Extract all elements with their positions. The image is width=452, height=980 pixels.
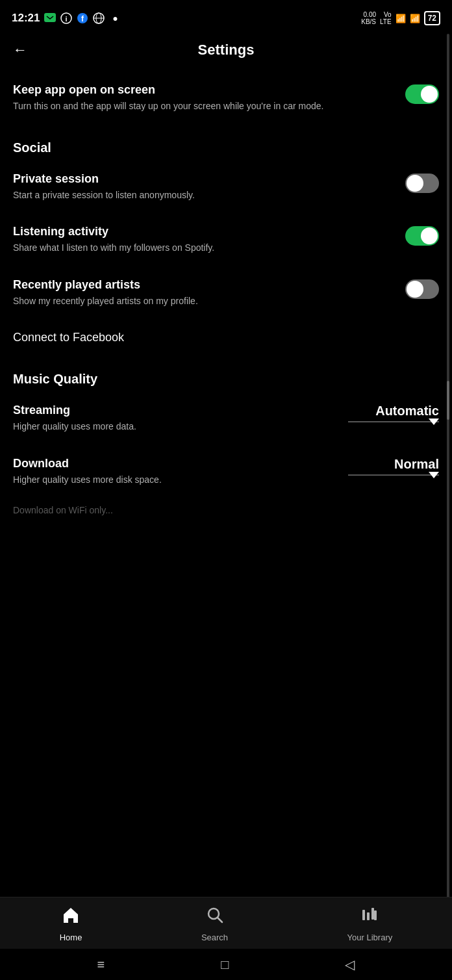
- listening-activity-toggle[interactable]: [405, 226, 439, 246]
- streaming-text: Streaming Higher quality uses more data.: [13, 404, 348, 433]
- social-section-header: Social: [13, 125, 439, 161]
- streaming-setting: Streaming Higher quality uses more data.…: [13, 392, 439, 445]
- message-icon: [44, 12, 56, 25]
- recently-played-setting: Recently played artists Show my recently…: [13, 266, 439, 320]
- listening-activity-text: Listening activity Share what I listen t…: [13, 225, 405, 255]
- recently-played-toggle-wrap: [405, 278, 439, 299]
- home-icon: [62, 906, 80, 929]
- private-session-text: Private session Start a private session …: [13, 172, 405, 202]
- signal-4g-icon: 📶: [396, 14, 406, 23]
- streaming-desc: Higher quality uses more data.: [13, 420, 335, 433]
- private-session-toggle-wrap: [405, 172, 439, 193]
- android-home-btn[interactable]: □: [221, 957, 229, 972]
- svg-rect-11: [367, 912, 370, 920]
- globe-icon: [92, 12, 105, 25]
- android-back-btn[interactable]: ◁: [345, 957, 355, 972]
- signal-bars-icon: 📶: [410, 14, 420, 23]
- svg-rect-10: [362, 910, 365, 920]
- network-speed: 0.00KB/S: [361, 11, 376, 25]
- volte-icon: VoLTE: [380, 11, 392, 25]
- nav-item-home[interactable]: Home: [60, 906, 82, 942]
- notification-icons: i f ●: [44, 12, 121, 25]
- download-desc: Higher quality uses more disk space.: [13, 474, 335, 487]
- android-menu-btn[interactable]: ≡: [97, 957, 105, 972]
- back-button[interactable]: ←: [13, 42, 27, 58]
- streaming-title: Streaming: [13, 404, 335, 417]
- svg-text:i: i: [66, 15, 68, 23]
- recently-played-toggle[interactable]: [405, 279, 439, 299]
- settings-content: Keep app open on screen Turn this on and…: [0, 71, 452, 531]
- nav-item-search[interactable]: Search: [201, 906, 228, 942]
- keep-app-open-toggle[interactable]: [405, 84, 439, 104]
- toggle-knob: [421, 86, 438, 103]
- recently-played-desc: Show my recently played artists on my pr…: [13, 295, 392, 308]
- download-setting: Download Higher quality uses more disk s…: [13, 445, 439, 498]
- status-right: 0.00KB/S VoLTE 📶 📶 72: [361, 11, 440, 25]
- private-session-setting: Private session Start a private session …: [13, 161, 439, 214]
- streaming-value: Automatic: [375, 404, 439, 419]
- battery-indicator: 72: [424, 11, 440, 25]
- music-quality-section-header: Music Quality: [13, 356, 439, 392]
- download-value: Normal: [394, 457, 439, 472]
- listening-activity-desc: Share what I listen to with my followers…: [13, 242, 392, 255]
- toggle-knob: [407, 281, 423, 298]
- toggle-knob: [421, 227, 438, 244]
- next-section-preview: Download on WiFi only...: [13, 498, 439, 518]
- dot-icon: ●: [108, 12, 121, 25]
- connect-facebook-link[interactable]: Connect to Facebook: [13, 319, 439, 356]
- recently-played-title: Recently played artists: [13, 278, 392, 292]
- private-session-toggle[interactable]: [405, 174, 439, 193]
- nav-home-label: Home: [60, 933, 82, 942]
- keep-app-open-setting: Keep app open on screen Turn this on and…: [13, 71, 439, 125]
- svg-line-9: [218, 918, 222, 922]
- svg-rect-12: [371, 908, 374, 920]
- library-icon: [360, 906, 379, 929]
- recently-played-text: Recently played artists Show my recently…: [13, 278, 405, 308]
- status-bar: 12:21 i f: [0, 0, 452, 34]
- info-icon: i: [60, 12, 73, 25]
- listening-activity-setting: Listening activity Share what I listen t…: [13, 213, 439, 266]
- private-session-title: Private session: [13, 172, 392, 186]
- search-icon: [206, 906, 224, 929]
- scrollbar-thumb[interactable]: [447, 381, 449, 420]
- listening-activity-toggle-wrap: [405, 225, 439, 246]
- nav-library-label: Your Library: [347, 933, 393, 942]
- settings-header: ← Settings: [0, 34, 452, 71]
- download-select-wrap[interactable]: Normal: [348, 457, 439, 476]
- clock: 12:21: [12, 12, 40, 25]
- android-nav: ≡ □ ◁: [0, 949, 452, 980]
- page-title: Settings: [198, 42, 255, 58]
- streaming-underline: [348, 421, 439, 422]
- download-title: Download: [13, 457, 335, 471]
- nav-search-label: Search: [201, 933, 228, 942]
- bottom-nav: Home Search Your Library: [0, 897, 452, 949]
- listening-activity-title: Listening activity: [13, 225, 392, 239]
- streaming-select-wrap[interactable]: Automatic: [348, 404, 439, 422]
- facebook-icon: f: [76, 12, 89, 25]
- private-session-desc: Start a private session to listen anonym…: [13, 189, 392, 202]
- toggle-knob: [407, 175, 423, 192]
- download-underline: [348, 474, 439, 476]
- keep-app-open-toggle-wrap: [405, 83, 439, 104]
- download-text: Download Higher quality uses more disk s…: [13, 457, 348, 487]
- status-left: 12:21 i f: [12, 12, 121, 25]
- keep-app-open-text: Keep app open on screen Turn this on and…: [13, 83, 405, 113]
- keep-app-open-desc: Turn this on and the app will stay up on…: [13, 100, 392, 113]
- scrollbar-track[interactable]: [447, 34, 449, 902]
- svg-rect-0: [45, 14, 55, 21]
- nav-item-library[interactable]: Your Library: [347, 906, 393, 942]
- keep-app-open-title: Keep app open on screen: [13, 83, 392, 97]
- svg-rect-13: [374, 910, 377, 920]
